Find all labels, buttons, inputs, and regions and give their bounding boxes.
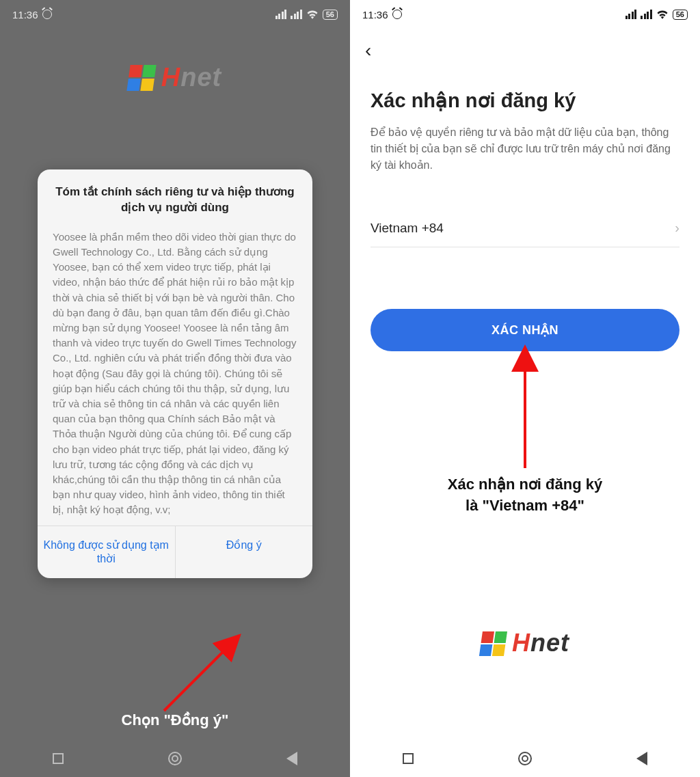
alarm-icon	[42, 10, 52, 19]
home-icon[interactable]	[168, 752, 182, 765]
back-chevron-icon[interactable]: ‹	[365, 40, 371, 62]
annotation-caption: Chọn "Đồng ý"	[0, 711, 350, 729]
back-icon[interactable]	[286, 752, 297, 765]
wifi-icon	[656, 10, 669, 19]
svg-line-0	[164, 636, 239, 711]
home-icon[interactable]	[518, 752, 532, 765]
chevron-right-icon: ›	[675, 220, 679, 236]
signal-icon	[625, 10, 637, 19]
alarm-icon	[392, 10, 402, 19]
recents-icon[interactable]	[403, 753, 414, 764]
status-bar: 11:36 56	[0, 0, 350, 29]
annotation-arrow	[511, 342, 539, 472]
modal-title: Tóm tắt chính sách riêng tư và hiệp thươ…	[38, 169, 312, 226]
phone-screenshot-right: 11:36 56 ‹ Xác nhận nơi đăng ký Để bảo v…	[350, 0, 700, 777]
recents-icon[interactable]	[53, 753, 64, 764]
signal-icon	[641, 10, 652, 19]
signal-icon	[275, 10, 287, 19]
accept-button[interactable]: Đồng ý	[175, 526, 313, 578]
confirm-button[interactable]: XÁC NHẬN	[371, 309, 679, 351]
page-title: Xác nhận nơi đăng ký	[371, 89, 679, 112]
back-icon[interactable]	[636, 752, 647, 765]
hnet-tiles-icon	[479, 631, 507, 655]
battery-icon: 56	[673, 10, 688, 20]
status-bar: 11:36 56	[350, 0, 700, 29]
privacy-modal: Tóm tắt chính sách riêng tư và hiệp thươ…	[38, 169, 312, 578]
android-nav-bar	[350, 740, 700, 777]
status-time: 11:36	[12, 9, 38, 21]
hnet-tiles-icon	[126, 65, 156, 91]
wifi-icon	[306, 10, 319, 19]
country-selector[interactable]: Vietnam +84 ›	[371, 220, 679, 247]
phone-screenshot-left: 11:36 56 Hnet Tóm tắt chính sách riê	[0, 0, 350, 777]
annotation-arrow	[150, 629, 253, 718]
signal-icon	[291, 10, 302, 19]
decline-button[interactable]: Không được sử dụng tạm thời	[38, 526, 175, 578]
hnet-logo: Hnet	[0, 63, 350, 92]
status-time: 11:36	[362, 9, 388, 21]
modal-body[interactable]: Yoosee là phần mềm theo dõi video thời g…	[38, 226, 312, 526]
page-description: Để bảo vệ quyền riêng tư và bảo mật dữ l…	[371, 124, 679, 174]
country-value: Vietnam +84	[371, 221, 444, 236]
battery-icon: 56	[323, 10, 338, 20]
hnet-logo: Hnet	[350, 629, 700, 658]
annotation-caption: Xác nhận nơi đăng ký là "Vietnam +84"	[350, 474, 700, 517]
android-nav-bar	[0, 740, 350, 777]
